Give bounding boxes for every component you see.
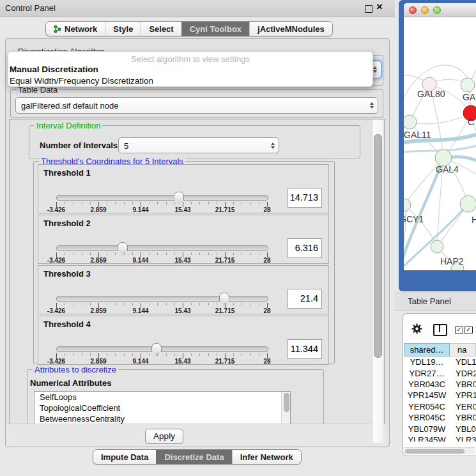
dropdown-option-equal-width-frequency-discretization[interactable]: Equal Width/Frequency Discretization — [8, 75, 372, 87]
tick-mark — [250, 303, 251, 305]
tick-mark — [217, 202, 217, 204]
tick-mark — [208, 252, 209, 255]
number-of-intervals-combo[interactable]: 5 — [118, 137, 279, 153]
threshold-value-field[interactable]: 6.316 — [288, 238, 322, 258]
table-hscrollbar-thumb[interactable] — [405, 449, 464, 454]
slider-track[interactable] — [56, 195, 268, 201]
checkbox-icon[interactable]: ✓ — [464, 326, 473, 334]
network-window[interactable]: GAL80GACGAL11GAL4GCY1HHAP2 — [404, 3, 476, 270]
dropdown-options: Manual DiscretizationEqual Width/Frequen… — [8, 64, 372, 87]
table-row[interactable]: YDR27…YDR2 — [404, 367, 476, 378]
tab-select[interactable]: Select — [141, 22, 181, 36]
list-scrollbar-thumb[interactable] — [284, 393, 289, 412]
tick-mark — [259, 252, 259, 255]
network-canvas[interactable]: GAL80GACGAL11GAL4GCY1HHAP2 — [404, 17, 476, 270]
minimize-traffic-light-icon[interactable] — [421, 6, 429, 14]
threshold-value-field[interactable]: 11.344 — [288, 339, 322, 359]
tick-mark — [166, 202, 167, 204]
tick-mark — [199, 353, 200, 356]
threshold-value-field[interactable]: 21.4 — [288, 289, 322, 309]
slider-track[interactable] — [56, 245, 268, 251]
numerical-attributes-list[interactable]: SelfLoopsTopologicalCoefficientBetweenne… — [34, 391, 291, 427]
tick-mark — [107, 202, 107, 204]
checkbox-icon[interactable]: ✓ — [455, 326, 463, 334]
tick-label: -3.426 — [47, 257, 65, 264]
network-node[interactable] — [431, 240, 443, 253]
tab-discretize-data[interactable]: Discretize Data — [156, 450, 231, 464]
network-node-label-h: H — [472, 215, 476, 225]
threshold-label: Threshold 2 — [43, 219, 91, 228]
tick-mark — [217, 252, 217, 255]
table-row[interactable]: YBR043CYBR0 — [404, 379, 476, 390]
column-header-name[interactable]: na — [450, 343, 476, 357]
network-node[interactable] — [461, 78, 475, 92]
tab-network[interactable]: Network — [46, 22, 105, 36]
tick-label: 9.144 — [132, 358, 148, 365]
network-node-label-hap2: HAP2 — [440, 256, 464, 266]
dropdown-option-manual-discretization[interactable]: Manual Discretization — [8, 64, 372, 75]
close-icon[interactable]: × — [376, 1, 383, 13]
tick-mark — [166, 353, 167, 356]
cell-shared-name: YER054C — [404, 402, 450, 411]
bottom-tab-bar: Impute DataDiscretize DataInfer Network — [93, 449, 302, 464]
float-window-icon[interactable] — [365, 5, 372, 13]
tab-cyni-toolbox[interactable]: Cyni Toolbox — [181, 22, 249, 36]
tick-mark — [166, 252, 167, 255]
slider-ticks — [56, 202, 267, 207]
slider-track[interactable] — [56, 296, 268, 302]
tick-mark — [124, 303, 125, 305]
tick-label: -3.426 — [47, 307, 65, 314]
slider-track[interactable] — [56, 346, 268, 352]
table-hscrollbar-track[interactable] — [404, 447, 475, 454]
tick-mark — [65, 252, 65, 255]
settings-scrollbar-thumb[interactable] — [374, 134, 382, 358]
table-row[interactable]: YDL19…YDL1 — [404, 357, 476, 367]
zoom-traffic-light-icon[interactable] — [433, 6, 441, 14]
table-row[interactable]: YLR345WYLR3 — [404, 434, 476, 441]
split-columns-icon[interactable] — [433, 324, 447, 336]
tick-label: 2.859 — [90, 358, 106, 365]
list-item-betweennesscentrality[interactable]: BetweennessCentrality — [35, 413, 290, 424]
column-header-shared-name[interactable]: shared… — [404, 343, 450, 357]
tab-impute-data[interactable]: Impute Data — [93, 450, 156, 464]
gear-icon[interactable] — [411, 323, 422, 334]
tick-mark — [174, 252, 175, 255]
tick-mark — [82, 353, 82, 356]
tick-mark — [242, 252, 242, 255]
network-window-titlebar[interactable] — [404, 3, 476, 17]
tick-mark — [73, 252, 73, 255]
cell-name: YDR2 — [450, 369, 476, 378]
list-scrollbar-track[interactable] — [281, 392, 290, 425]
network-icon — [54, 25, 61, 33]
tick-label: 28 — [263, 358, 270, 365]
tick-mark — [208, 202, 209, 204]
tick-mark — [242, 202, 242, 204]
table-row[interactable]: YER054CYER0 — [404, 401, 476, 412]
tick-mark — [132, 303, 133, 305]
table-data-combo[interactable]: galFiltered.sif default node — [15, 97, 378, 114]
tab-infer-network[interactable]: Infer Network — [232, 450, 301, 464]
network-node[interactable] — [460, 196, 476, 212]
tick-mark — [124, 353, 125, 356]
tab-style[interactable]: Style — [105, 22, 141, 36]
tick-mark — [73, 353, 73, 356]
threshold-value-field[interactable]: 14.713 — [288, 188, 322, 208]
cell-name: YBR0 — [450, 380, 476, 389]
list-item-selfloops[interactable]: SelfLoops — [35, 392, 290, 403]
table-row[interactable]: YBL079WYBL0 — [404, 423, 476, 434]
apply-button[interactable]: Apply — [145, 429, 183, 444]
close-traffic-light-icon[interactable] — [409, 6, 417, 14]
list-item-topologicalcoefficient[interactable]: TopologicalCoefficient — [35, 403, 290, 413]
tick-mark — [115, 353, 116, 356]
network-node-label-c: C — [468, 117, 474, 127]
tick-mark — [250, 202, 251, 204]
tab-jactivemnodules[interactable]: jActiveMNodules — [249, 22, 332, 36]
tick-label: 21.715 — [215, 257, 235, 264]
tick-mark — [233, 202, 234, 204]
tick-label: 9.144 — [132, 307, 148, 314]
table-row[interactable]: YBR045CYBR0 — [404, 412, 476, 423]
tick-label: 15.43 — [174, 358, 190, 365]
network-node[interactable] — [404, 115, 417, 129]
tick-mark — [208, 353, 209, 356]
table-row[interactable]: YPR145WYPR1 — [404, 390, 476, 401]
